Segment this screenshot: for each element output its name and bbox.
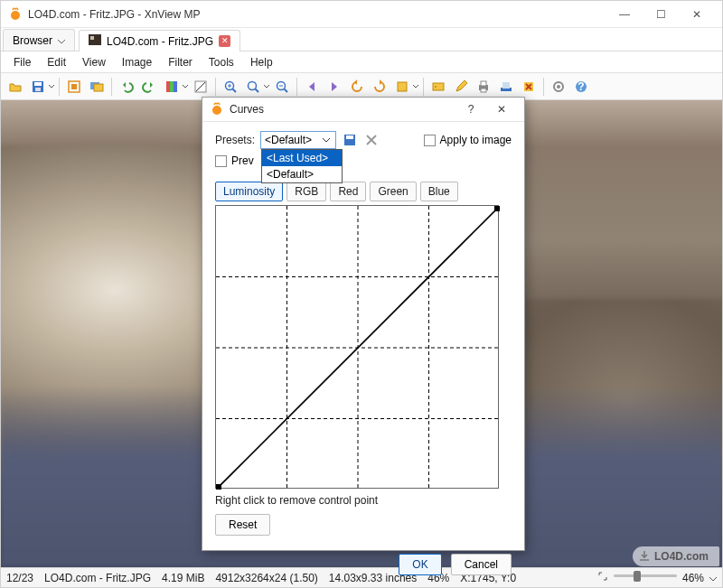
- separator: [59, 78, 60, 96]
- color-balance-icon[interactable]: [161, 76, 183, 98]
- ok-button[interactable]: OK: [399, 554, 441, 575]
- watermark-overlay: LO4D.com: [633, 546, 719, 566]
- separator: [423, 78, 424, 96]
- image-thumb-icon: [89, 34, 101, 48]
- svg-point-38: [212, 106, 221, 115]
- svg-rect-28: [481, 89, 486, 92]
- menu-edit[interactable]: Edit: [40, 53, 73, 71]
- crop-dropdown-icon[interactable]: [412, 76, 419, 98]
- delete-icon[interactable]: [518, 76, 540, 98]
- tab-blue[interactable]: Blue: [420, 182, 458, 201]
- cancel-button[interactable]: Cancel: [451, 554, 512, 575]
- svg-rect-11: [170, 81, 174, 92]
- maximize-button[interactable]: ☐: [643, 2, 679, 27]
- print-icon[interactable]: [473, 76, 494, 98]
- crop-icon[interactable]: [391, 76, 413, 98]
- status-index: 12/23: [6, 572, 33, 584]
- svg-rect-12: [174, 81, 177, 92]
- window-buttons: — ☐ ✕: [606, 2, 715, 27]
- redo-icon[interactable]: [138, 76, 160, 98]
- help-icon[interactable]: ?: [570, 76, 592, 98]
- channel-tabs: Luminosity RGB Red Green Blue: [215, 182, 512, 201]
- zoom-icon[interactable]: [242, 76, 264, 98]
- dialog-icon: [210, 102, 224, 117]
- tab-file-label: LO4D.com - Fritz.JPG: [107, 35, 213, 48]
- reset-button[interactable]: Reset: [215, 514, 270, 536]
- presets-combobox[interactable]: <Default> <Last Used> <Default>: [260, 131, 336, 149]
- svg-rect-30: [502, 82, 510, 89]
- undo-icon[interactable]: [116, 76, 137, 98]
- dialog-body: Presets: <Default> <Last Used> <Default>…: [202, 122, 524, 545]
- fullscreen-icon[interactable]: [63, 76, 85, 98]
- curve-editor[interactable]: [215, 205, 499, 489]
- status-filename: LO4D.com - Fritz.JPG: [44, 572, 151, 584]
- svg-rect-7: [71, 84, 77, 89]
- dialog-title: Curves: [230, 103, 455, 116]
- separator: [543, 78, 544, 96]
- zoom-out-icon[interactable]: [271, 76, 293, 98]
- rotate-left-icon[interactable]: [346, 76, 368, 98]
- open-icon[interactable]: [5, 76, 26, 98]
- svg-point-35: [557, 85, 560, 89]
- menu-help[interactable]: Help: [243, 53, 280, 71]
- svg-rect-51: [494, 206, 500, 211]
- preset-option-default[interactable]: <Default>: [262, 166, 342, 182]
- presets-dropdown-list: <Last Used> <Default>: [261, 149, 343, 183]
- menu-tools[interactable]: Tools: [202, 53, 241, 71]
- curves-icon[interactable]: [190, 76, 211, 98]
- save-dropdown-icon[interactable]: [48, 76, 55, 98]
- dialog-title-bar[interactable]: Curves ? ✕: [202, 98, 524, 122]
- status-zoom-value: 46%: [682, 572, 704, 584]
- save-preset-icon[interactable]: [342, 132, 358, 148]
- tab-file[interactable]: LO4D.com - Fritz.JPG ✕: [79, 30, 240, 51]
- chevron-down-icon[interactable]: [709, 572, 717, 584]
- prev-icon[interactable]: [301, 76, 323, 98]
- apply-to-image-checkbox[interactable]: Apply to image: [424, 134, 512, 146]
- menu-file[interactable]: File: [6, 53, 38, 71]
- save-icon[interactable]: [27, 76, 49, 98]
- presets-label: Presets:: [215, 134, 255, 146]
- presets-selected: <Default>: [265, 134, 321, 146]
- dialog-help-button[interactable]: ?: [455, 98, 486, 121]
- zoom-fit-icon[interactable]: [597, 571, 608, 584]
- preset-option-last-used[interactable]: <Last Used>: [262, 150, 342, 166]
- rotate-right-icon[interactable]: [369, 76, 390, 98]
- tab-red[interactable]: Red: [330, 182, 366, 201]
- separator: [215, 78, 216, 96]
- menu-image[interactable]: Image: [115, 53, 159, 71]
- tab-browser[interactable]: Browser: [3, 29, 75, 51]
- tag-icon[interactable]: [427, 76, 449, 98]
- minimize-button[interactable]: —: [606, 2, 643, 27]
- delete-preset-icon[interactable]: [363, 132, 380, 148]
- curves-dialog: Curves ? ✕ Presets: <Default> <Last Used…: [202, 97, 525, 551]
- tab-luminosity[interactable]: Luminosity: [215, 182, 283, 201]
- tab-close-icon[interactable]: ✕: [219, 35, 230, 47]
- close-button[interactable]: ✕: [679, 2, 715, 27]
- menu-bar: File Edit View Image Filter Tools Help: [1, 51, 722, 73]
- slideshow-icon[interactable]: [86, 76, 108, 98]
- menu-view[interactable]: View: [75, 53, 113, 71]
- edit-icon[interactable]: [450, 76, 472, 98]
- zoom-slider[interactable]: [614, 574, 677, 581]
- menu-filter[interactable]: Filter: [161, 53, 200, 71]
- scanner-icon[interactable]: [495, 76, 517, 98]
- window-title: LO4D.com - Fritz.JPG - XnView MP: [28, 8, 606, 21]
- svg-rect-50: [216, 484, 221, 490]
- zoom-dropdown-icon[interactable]: [263, 76, 270, 98]
- dialog-close-button[interactable]: ✕: [486, 98, 517, 121]
- next-icon[interactable]: [324, 76, 345, 98]
- tab-rgb[interactable]: RGB: [286, 182, 326, 201]
- status-right: 46%: [597, 571, 717, 584]
- preview-checkbox[interactable]: Prev: [215, 154, 254, 167]
- zoom-in-icon[interactable]: [220, 76, 241, 98]
- svg-rect-2: [90, 36, 94, 40]
- svg-line-15: [233, 89, 237, 92]
- svg-rect-24: [433, 83, 444, 90]
- svg-rect-4: [34, 82, 42, 86]
- settings-icon[interactable]: [548, 76, 569, 98]
- color-dropdown-icon[interactable]: [182, 76, 189, 98]
- svg-line-19: [256, 89, 259, 92]
- preview-label: Prev: [231, 154, 254, 167]
- svg-rect-23: [398, 82, 407, 91]
- tab-green[interactable]: Green: [370, 182, 416, 201]
